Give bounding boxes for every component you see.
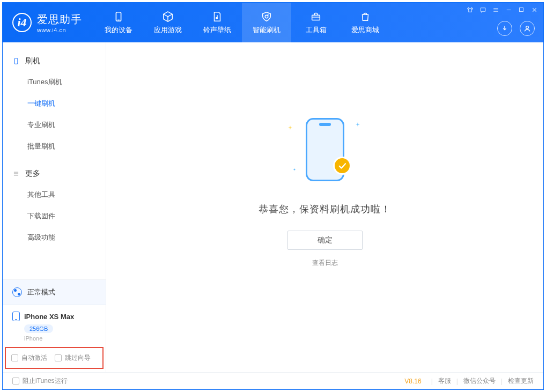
nav-store[interactable]: 爱思商城	[341, 3, 390, 42]
nav-smart-flash[interactable]: 智能刷机	[242, 3, 291, 42]
sidebar-item-oneclick-flash[interactable]: 一键刷机	[3, 93, 106, 114]
mode-label: 正常模式	[27, 287, 55, 297]
svg-rect-4	[481, 8, 485, 11]
feedback-icon[interactable]	[479, 6, 486, 13]
sidebar-item-itunes-flash[interactable]: iTunes刷机	[3, 71, 106, 93]
app-window: i4 爱思助手 www.i4.cn 我的设备 应用游戏 铃声壁纸 智能刷机	[2, 2, 544, 390]
version-label: V8.16	[404, 378, 421, 385]
sidebar-item-batch-flash[interactable]: 批量刷机	[3, 136, 106, 157]
sidebar-item-advanced[interactable]: 高级功能	[3, 227, 106, 248]
sidebar: 刷机 iTunes刷机 一键刷机 专业刷机 批量刷机 更多 其他工具 下载固件 …	[3, 42, 106, 372]
nav-ringtones-wallpapers[interactable]: 铃声壁纸	[193, 3, 242, 42]
nav-label: 应用游戏	[154, 25, 182, 35]
svg-point-12	[526, 26, 529, 29]
svg-rect-13	[14, 58, 18, 64]
status-bar: 阻止iTunes运行 V8.16 | 客服 | 微信公众号 | 检查更新	[3, 372, 543, 389]
account-button[interactable]	[520, 21, 535, 36]
app-logo-icon: i4	[12, 13, 32, 32]
device-capacity: 256GB	[24, 324, 53, 333]
sidebar-bottom: 正常模式 iPhone XS Max 256GB iPhone 自动激活	[3, 279, 106, 372]
checkbox-label: 跳过向导	[65, 353, 91, 363]
wechat-link[interactable]: 微信公众号	[463, 376, 496, 386]
shield-refresh-icon	[260, 10, 273, 23]
checkbox-skip-guide[interactable]: 跳过向导	[55, 353, 91, 363]
device-type: iPhone	[24, 335, 96, 342]
success-message: 恭喜您，保资料刷机成功啦！	[259, 203, 391, 216]
music-file-icon	[211, 10, 224, 23]
header-actions	[497, 21, 535, 36]
footer-left: 阻止iTunes运行	[12, 376, 68, 386]
maximize-icon[interactable]	[518, 6, 525, 13]
main-content: 恭喜您，保资料刷机成功啦！ 确定 查看日志	[106, 42, 543, 372]
app-subtitle: www.i4.cn	[37, 27, 82, 33]
nav-label: 铃声壁纸	[203, 25, 231, 35]
logo-text: 爱思助手 www.i4.cn	[37, 12, 82, 33]
sidebar-item-download-firmware[interactable]: 下载固件	[3, 205, 106, 227]
nav-toolbox[interactable]: 工具箱	[291, 3, 341, 42]
footer-right: V8.16 | 客服 | 微信公众号 | 检查更新	[404, 376, 534, 386]
sparkle-icon	[292, 164, 297, 168]
checkbox-auto-activate[interactable]: 自动激活	[11, 353, 47, 363]
support-link[interactable]: 客服	[438, 376, 451, 386]
check-update-link[interactable]: 检查更新	[508, 376, 534, 386]
phone-outline-icon	[12, 57, 20, 65]
sidebar-scroll: 刷机 iTunes刷机 一键刷机 专业刷机 批量刷机 更多 其他工具 下载固件 …	[3, 42, 106, 279]
list-icon	[12, 170, 20, 177]
device-mode-row[interactable]: 正常模式	[3, 280, 106, 305]
nav-apps-games[interactable]: 应用游戏	[143, 3, 193, 42]
download-button[interactable]	[497, 21, 512, 36]
toolbox-icon	[309, 10, 322, 23]
checkbox-box-icon	[55, 354, 62, 361]
app-header: i4 爱思助手 www.i4.cn 我的设备 应用游戏 铃声壁纸 智能刷机	[3, 3, 543, 42]
group-title: 刷机	[25, 56, 40, 66]
device-name: iPhone XS Max	[24, 313, 74, 321]
sidebar-group-more[interactable]: 更多	[3, 164, 106, 184]
sidebar-group-flash[interactable]: 刷机	[3, 51, 106, 71]
checkmark-badge-icon	[333, 157, 351, 175]
nav-label: 工具箱	[306, 25, 327, 35]
skin-icon[interactable]	[466, 6, 474, 13]
minimize-icon[interactable]	[505, 6, 512, 13]
separator: |	[456, 378, 458, 385]
nav-label: 我的设备	[105, 25, 132, 35]
svg-rect-3	[312, 15, 320, 20]
nav-my-device[interactable]: 我的设备	[94, 3, 143, 42]
svg-point-17	[293, 168, 295, 170]
menu-icon[interactable]	[492, 6, 499, 13]
checkbox-highlight-area: 自动激活 跳过向导	[5, 347, 104, 369]
app-body: 刷机 iTunes刷机 一键刷机 专业刷机 批量刷机 更多 其他工具 下载固件 …	[3, 42, 543, 372]
close-icon[interactable]	[530, 6, 538, 13]
cube-icon	[161, 10, 174, 23]
checkbox-label: 阻止iTunes运行	[23, 376, 68, 386]
window-controls	[466, 6, 538, 13]
checkbox-box-icon	[11, 354, 18, 361]
sidebar-item-pro-flash[interactable]: 专业刷机	[3, 114, 106, 136]
main-nav: 我的设备 应用游戏 铃声壁纸 智能刷机 工具箱 爱思商城	[94, 3, 390, 42]
separator: |	[431, 378, 433, 385]
checkbox-box-icon	[12, 378, 19, 384]
separator: |	[501, 378, 503, 385]
sparkle-icon	[356, 119, 360, 123]
ok-button[interactable]: 确定	[287, 231, 363, 250]
sparkle-icon	[288, 122, 292, 127]
view-log-link[interactable]: 查看日志	[312, 258, 338, 268]
sidebar-item-other-tools[interactable]: 其他工具	[3, 184, 106, 205]
svg-rect-9	[520, 8, 523, 12]
nav-label: 爱思商城	[351, 25, 379, 35]
group-title: 更多	[25, 169, 40, 179]
checkbox-label: 自动激活	[21, 353, 47, 363]
checkbox-block-itunes[interactable]: 阻止iTunes运行	[12, 376, 68, 386]
mode-icon	[12, 287, 22, 297]
device-top: iPhone XS Max	[12, 312, 96, 321]
app-title: 爱思助手	[37, 12, 82, 27]
nav-label: 智能刷机	[253, 25, 281, 35]
shopping-bag-icon	[359, 10, 372, 23]
phone-icon	[112, 10, 125, 23]
logo-area: i4 爱思助手 www.i4.cn	[3, 3, 94, 42]
success-illustration	[285, 115, 365, 184]
device-phone-icon	[12, 312, 20, 321]
device-row[interactable]: iPhone XS Max 256GB iPhone	[3, 305, 106, 347]
svg-point-2	[216, 17, 218, 19]
